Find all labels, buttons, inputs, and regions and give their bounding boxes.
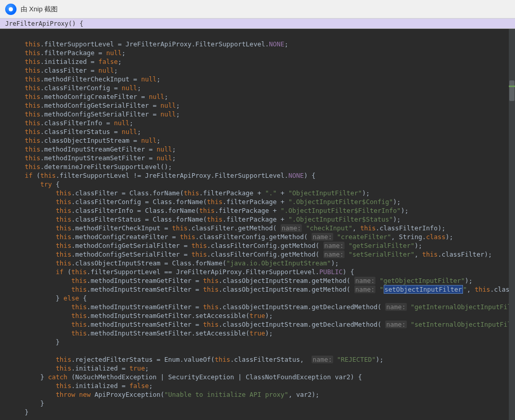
code-line: this.classFilterStatus = Class.forName(t… (9, 215, 401, 223)
code-line: if (this.filterSupportLevel != JreFilter… (9, 172, 316, 179)
code-line: try { (9, 180, 60, 188)
scrollbar-thumb[interactable] (509, 80, 514, 101)
breadcrumb-bar[interactable]: JreFilterApiProxy() { (0, 19, 515, 29)
code-line: throw new ApiProxyException("Unable to i… (9, 391, 319, 398)
code-line: } (9, 338, 60, 346)
code-line: this.methodInputStreamGetFilter = this.c… (9, 303, 515, 311)
code-line: this.classFilterInfo = null; (9, 119, 133, 127)
code-line: this.methodFilterCheckInput = null; (9, 75, 161, 83)
code-line: this.methodConfigGetSerialFilter = this.… (9, 242, 422, 249)
titlebar: 由 Xnip 截图 (0, 0, 515, 19)
code-line: this.classFilterConfig = Class.forName(t… (9, 198, 401, 206)
code-line: this.classFilterInfo = Class.forName(thi… (9, 207, 408, 214)
gutter-marker[interactable] (509, 86, 515, 87)
code-line: this.classFilter = null; (9, 66, 118, 74)
code-line: this.classFilterConfig = null; (9, 84, 141, 92)
code-line: this.initialized = false; (9, 58, 122, 65)
code-line: } (9, 408, 29, 416)
code-line: this.classFilterStatus = null; (9, 128, 141, 136)
breadcrumb-label: JreFilterApiProxy() { (5, 20, 83, 27)
code-line: this.methodInputStreamSetFilter.setAcces… (9, 329, 273, 337)
code-line: this.filterPackage = null; (9, 49, 126, 57)
code-line: if (this.filterSupportLevel == JreFilter… (9, 268, 354, 276)
code-line: this.rejectedFilterStatus = Enum.valueOf… (9, 356, 384, 363)
code-line: this.methodConfigCreateFilter = this.cla… (9, 233, 453, 241)
code-line: this.classObjectInputStream = Class.forN… (9, 259, 339, 267)
code-line: this.methodInputStreamGetFilter.setAcces… (9, 312, 273, 320)
code-line: this.methodInputStreamGetFilter = this.c… (9, 277, 473, 284)
code-line: this.filterSupportLevel = JreFilterApiPr… (9, 40, 288, 48)
code-line: this.methodConfigGetSerialFilter = null; (9, 102, 180, 109)
code-line: this.methodInputStreamSetFilter = this.c… (9, 285, 515, 294)
code-line: this.methodInputStreamGetFilter = null; (9, 145, 176, 153)
code-line: this.determineJreFilterSupportLevel(); (9, 163, 172, 171)
code-line: this.methodConfigSetSerialFilter = null; (9, 110, 180, 118)
window-title: 由 Xnip 截图 (21, 5, 58, 14)
code-line: } (9, 399, 44, 407)
xnip-app-icon (5, 4, 16, 15)
code-line: this.classFilter = Class.forName(this.fi… (9, 189, 370, 197)
code-line: this.methodInputStreamSetFilter = this.c… (9, 321, 515, 328)
code-line: this.classObjectInputStream = null; (9, 137, 161, 144)
code-line: this.methodConfigCreateFilter = null; (9, 93, 168, 100)
text-selection: setObjectInputFilter (384, 285, 464, 294)
code-line: } else { (9, 294, 87, 302)
code-editor[interactable]: this.filterSupportLevel = JreFilterApiPr… (0, 29, 515, 420)
code-line: } catch (NoSuchMethodException | Securit… (9, 373, 362, 381)
scrollbar-track[interactable] (509, 29, 515, 420)
code-line: this.initialized = true; (9, 364, 149, 372)
code-line: this.initialized = false; (9, 382, 152, 390)
code-line: this.methodFilterCheckInput = this.class… (9, 224, 445, 232)
code-line: this.methodInputStreamSetFilter = null; (9, 154, 176, 162)
code-line: this.methodConfigSetSerialFilter = this.… (9, 250, 492, 258)
